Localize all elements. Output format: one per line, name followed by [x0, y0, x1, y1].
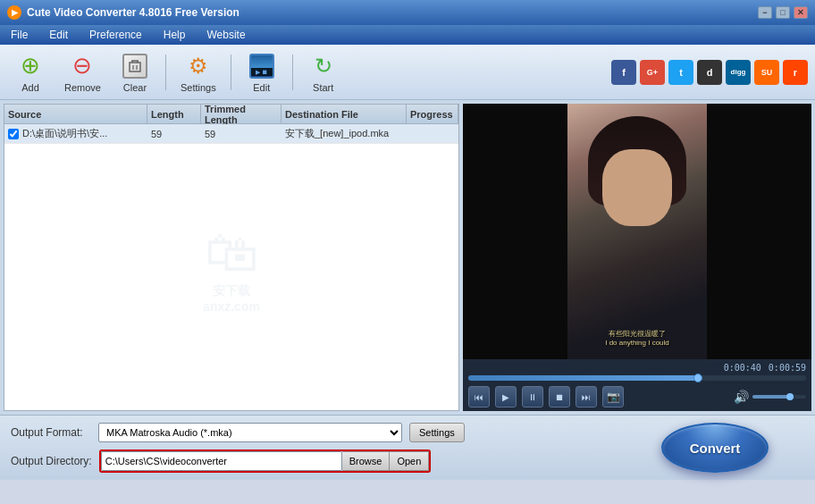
controls-row: ⏮ ▶ ⏸ ⏹ ⏭ 📷 🔊 [468, 386, 806, 407]
toolbar-separator-2 [231, 55, 231, 90]
row-checkbox[interactable] [8, 129, 19, 139]
time-row: 0:00:40 0:00:59 [468, 363, 806, 373]
reddit-button[interactable]: r [783, 60, 808, 85]
start-button[interactable]: ↻ Start [300, 48, 347, 97]
video-panel: 有些阳光很温暖了 I do anything I could 0:00:40 0… [463, 104, 811, 411]
browse-button[interactable]: Browse [342, 451, 391, 471]
svg-rect-0 [130, 63, 140, 71]
stumbleupon-button[interactable]: SU [754, 60, 779, 85]
col-header-source: Source [4, 105, 147, 123]
remove-icon: ⊖ [72, 52, 92, 80]
delicious-button[interactable]: d [697, 60, 722, 85]
total-time: 0:00:59 [769, 363, 806, 373]
menu-bar: File Edit Preference Help Website [0, 25, 815, 45]
screenshot-button[interactable]: 📷 [602, 386, 624, 407]
close-button[interactable]: ✕ [794, 6, 808, 19]
current-time: 0:00:40 [724, 363, 761, 373]
bottom-left: Output Format: MKA Matroska Audio (*.mka… [11, 423, 626, 473]
volume-track[interactable] [752, 395, 806, 399]
settings-button[interactable]: ⚙ Settings [173, 48, 223, 97]
edit-icon: ▶ ⏹ [249, 54, 274, 79]
cell-source: D:\桌面\说明书\安... [4, 127, 147, 140]
convert-section: Convert [626, 423, 804, 473]
volume-control: 🔊 [734, 390, 806, 404]
output-format-label: Output Format: [11, 426, 91, 439]
title-bar: ▶ Cute Video Converter 4.8016 Free Versi… [0, 0, 815, 25]
bottom-panel: Output Format: MKA Matroska Audio (*.mka… [0, 415, 815, 480]
remove-label: Remove [64, 82, 101, 93]
edit-label: Edit [253, 82, 270, 93]
stop-button[interactable]: ⏹ [549, 386, 570, 407]
edit-button[interactable]: ▶ ⏹ Edit [239, 48, 285, 97]
video-progress-track[interactable] [468, 375, 806, 381]
settings-label: Settings [181, 82, 216, 93]
cell-dest: 安下载_[new]_ipod.mka [281, 127, 407, 140]
toolbar-separator-3 [292, 55, 293, 90]
output-dir-row: Output Directory: Browse Open [11, 449, 626, 473]
clear-label: Clear [123, 82, 147, 93]
toolbar: ⊕ Add ⊖ Remove Clear [0, 45, 815, 100]
file-list-body[interactable]: D:\桌面\说明书\安... 59 59 安下载_[new]_ipod.mka … [4, 124, 458, 410]
digg-button[interactable]: digg [726, 60, 751, 85]
volume-fill [752, 395, 790, 399]
subtitle-line2: I do anything I could [567, 339, 707, 347]
video-progress-thumb[interactable] [693, 374, 702, 382]
app-title: Cute Video Converter 4.8016 Free Version [27, 6, 239, 19]
pause-button[interactable]: ⏸ [522, 386, 543, 407]
menu-website[interactable]: Website [203, 27, 248, 43]
col-header-trimmed: Trimmed Length [201, 105, 281, 123]
toolbar-separator-1 [165, 55, 166, 90]
menu-edit[interactable]: Edit [46, 27, 71, 43]
watermark: 🛍 安下载anxz.com [203, 222, 260, 314]
col-header-length: Length [147, 105, 201, 123]
bottom-content: Output Format: MKA Matroska Audio (*.mka… [11, 423, 804, 473]
clear-button[interactable]: Clear [112, 48, 158, 97]
main-content: Source Length Trimmed Length Destination… [0, 100, 815, 415]
format-select[interactable]: MKA Matroska Audio (*.mka) [98, 423, 402, 442]
convert-label: Convert [690, 441, 741, 456]
format-settings-button[interactable]: Settings [409, 423, 465, 442]
add-icon: ⊕ [21, 52, 40, 80]
start-icon: ↻ [315, 54, 332, 79]
minimize-button[interactable]: − [758, 6, 772, 19]
convert-button[interactable]: Convert [661, 423, 769, 473]
skip-forward-button[interactable]: ⏭ [576, 386, 597, 407]
video-progress-fill [468, 375, 698, 381]
output-dir-input[interactable] [101, 451, 342, 471]
twitter-button[interactable]: t [668, 60, 693, 85]
volume-icon: 🔊 [734, 390, 749, 404]
start-label: Start [313, 82, 333, 93]
play-button[interactable]: ▶ [495, 386, 517, 407]
clear-icon [122, 54, 147, 79]
maximize-button[interactable]: □ [776, 6, 790, 19]
video-display: 有些阳光很温暖了 I do anything I could [463, 104, 811, 359]
menu-file[interactable]: File [7, 27, 31, 43]
output-dir-label: Output Directory: [11, 455, 92, 467]
skip-back-button[interactable]: ⏮ [468, 386, 490, 407]
table-row[interactable]: D:\桌面\说明书\安... 59 59 安下载_[new]_ipod.mka [4, 124, 458, 144]
remove-button[interactable]: ⊖ Remove [57, 48, 108, 97]
settings-icon: ⚙ [189, 54, 208, 79]
watermark-icon: 🛍 [203, 222, 260, 283]
social-buttons: f G+ t d digg SU r [611, 60, 808, 85]
file-list-panel: Source Length Trimmed Length Destination… [4, 104, 459, 411]
app-icon: ▶ [7, 5, 21, 20]
dir-input-wrapper: Browse Open [99, 449, 432, 473]
volume-thumb[interactable] [786, 393, 794, 400]
watermark-text: 安下载anxz.com [203, 283, 260, 314]
subtitle-line1: 有些阳光很温暖了 [567, 329, 707, 339]
open-button[interactable]: Open [390, 451, 429, 471]
google-plus-button[interactable]: G+ [640, 60, 665, 85]
add-label: Add [21, 82, 39, 93]
col-header-progress: Progress [407, 105, 458, 123]
playback-controls: 0:00:40 0:00:59 ⏮ ▶ ⏸ ⏹ ⏭ 📷 🔊 [463, 359, 811, 411]
menu-preference[interactable]: Preference [86, 27, 146, 43]
add-button[interactable]: ⊕ Add [7, 48, 54, 97]
cell-length: 59 [147, 129, 201, 139]
facebook-button[interactable]: f [611, 60, 636, 85]
output-format-row: Output Format: MKA Matroska Audio (*.mka… [11, 423, 626, 442]
menu-help[interactable]: Help [160, 27, 189, 43]
col-header-dest: Destination File [281, 105, 407, 123]
cell-trimmed: 59 [201, 129, 281, 139]
file-list-header: Source Length Trimmed Length Destination… [4, 105, 458, 124]
